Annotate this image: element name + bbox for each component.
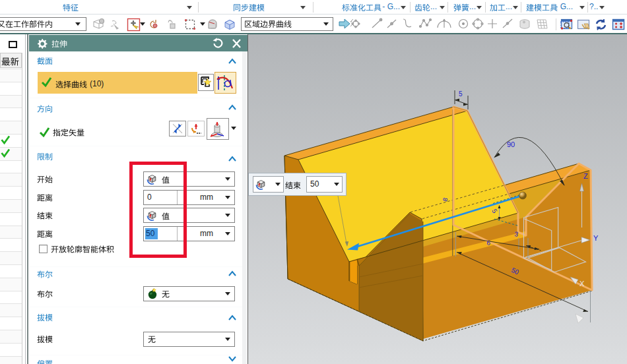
svg-text:Y: Y [593,234,599,242]
svg-text:X: X [579,280,585,288]
svg-text:5: 5 [459,90,463,98]
svg-text:Z: Z [583,172,588,180]
svg-text:90: 90 [507,140,515,148]
